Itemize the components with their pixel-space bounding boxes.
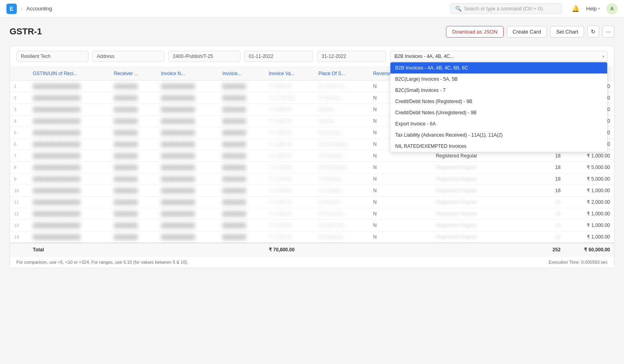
dropdown-item-4[interactable]: Credit/Debit Notes (Unregistered) - 9B — [390, 107, 607, 118]
col-invoice-no[interactable]: Invoice N... — [157, 67, 218, 80]
set-chart-button[interactable]: Set Chart — [550, 26, 584, 38]
col-invoice-val[interactable]: Invoice Va... — [265, 67, 314, 80]
cell-invoice-date: ███████ — [218, 115, 265, 127]
to-date-filter[interactable] — [317, 51, 386, 62]
row-number: 9 — [10, 173, 29, 185]
cell-amt: ₹ 1,000.00 — [564, 185, 614, 197]
dropdown-item-0[interactable]: B2B Invoices - 4A, 4B, 4C, 6B, 6C — [390, 62, 607, 74]
cell-invoice-date: ███████ — [218, 127, 265, 139]
filter-row: ▾ B2B Invoices - 4A, 4B, 4C, 6B, 6C B2C(… — [10, 46, 614, 67]
create-card-button[interactable]: Create Card — [507, 26, 547, 38]
notifications-bell[interactable]: 🔔 — [572, 5, 580, 12]
cell-receiver: ███████ — [110, 208, 157, 220]
cell-invoice-date: ███████ — [218, 150, 265, 162]
footer-total-ecomm: 252 — [504, 243, 565, 256]
cell-invoice-no: ██████████ — [157, 231, 218, 243]
dropdown-item-6[interactable]: Tax Liability (Advances Received) - 11A(… — [390, 129, 607, 141]
cell-receiver: ███████ — [110, 115, 157, 127]
cell-receiver: ███████ — [110, 80, 157, 92]
row-number: 4 — [10, 115, 29, 127]
dropdown-item-5[interactable]: Export Invoice - 6A — [390, 118, 607, 129]
avatar[interactable]: A — [606, 3, 618, 14]
col-rownum — [10, 67, 29, 80]
search-icon: 🔍 — [455, 6, 462, 12]
cell-gstin: ██████████████ — [29, 173, 110, 185]
cell-reverse: N — [369, 208, 432, 220]
cell-reverse: N — [369, 185, 432, 197]
dropdown-item-1[interactable]: B2C(Large) Invoices - 5A, 5B — [390, 74, 607, 85]
footer-total-invoice-val: ₹ 70,800.00 — [265, 243, 314, 256]
cell-invoice-no: ██████████ — [157, 127, 218, 139]
cell-reverse: N — [369, 220, 432, 231]
row-number: 14 — [10, 231, 29, 243]
row-number: 12 — [10, 208, 29, 220]
col-invoice-date[interactable]: Invoice... — [218, 67, 265, 80]
cell-invoice-no: ██████████ — [157, 173, 218, 185]
cell-gstin: ██████████████ — [29, 162, 110, 173]
download-json-button[interactable]: Download as JSON — [446, 26, 503, 38]
cell-invoice-date: ███████ — [218, 185, 265, 197]
cell-place: 06-Haryana — [314, 231, 369, 243]
col-place[interactable]: Place Of S... — [314, 67, 369, 80]
cell-gstin: ██████████████ — [29, 197, 110, 208]
row-number: 6 — [10, 139, 29, 150]
global-search[interactable]: 🔍 Search or type a command (Ctrl + G) — [450, 3, 562, 14]
cell-reverse: N — [369, 162, 432, 173]
cell-invoice-val: ₹ 1,180.00 — [265, 197, 314, 208]
cell-invoice-date: ███████ — [218, 220, 265, 231]
cell-place: 07-Andhra... — [314, 185, 369, 197]
cell-invoice-val: ₹ 1,180.00 — [265, 220, 314, 231]
footer-total-amt: ₹ 60,000.00 — [564, 243, 614, 256]
cell-invoice-date: ███████ — [218, 231, 265, 243]
help-chevron-icon: ▾ — [598, 6, 600, 11]
dropdown-item-2[interactable]: B2C(Small) Invoices - 7 — [390, 85, 607, 96]
cell-invoice-no: ██████████ — [157, 80, 218, 92]
cell-invoice-date: ███████ — [218, 80, 265, 92]
row-number: 1 — [10, 80, 29, 92]
cell-place: 05-blurred... — [314, 127, 369, 139]
cell-receiver: ███████ — [110, 162, 157, 173]
cell-receiver: ███████ — [110, 231, 157, 243]
cell-invoice-no: ██████████ — [157, 139, 218, 150]
cell-place: 33-Tamil No... — [314, 208, 369, 220]
cell-gstin: ██████████████ — [29, 231, 110, 243]
address-filter[interactable] — [92, 51, 164, 62]
more-options-button[interactable]: ··· — [602, 26, 614, 38]
cell-gstin: ██████████████ — [29, 185, 110, 197]
cell-reverse: N — [369, 173, 432, 185]
col-receiver[interactable]: Receiver ... — [110, 67, 157, 80]
invoice-type-filter[interactable] — [390, 51, 608, 62]
cell-invoice-no: ██████████ — [157, 220, 218, 231]
cell-gstin: ██████████████ — [29, 150, 110, 162]
cell-place: blurred... — [314, 104, 369, 115]
cell-receiver: ███████ — [110, 173, 157, 185]
footer-label — [10, 243, 29, 256]
dropdown-item-7[interactable]: NIL RATED/EXEMPTED Invoices — [390, 141, 607, 152]
row-number: 2 — [10, 92, 29, 104]
cell-invoice-date: ███████ — [218, 162, 265, 173]
breadcrumb-chevron: › — [21, 6, 22, 12]
cell-invoice-no: ██████████ — [157, 197, 218, 208]
cell-ecomm: 18 — [504, 162, 565, 173]
cell-gstin: ██████████████ — [29, 80, 110, 92]
table-row: 13 ██████████████ ███████ ██████████ ███… — [10, 220, 614, 231]
cell-gstin: ██████████████ — [29, 127, 110, 139]
col-gstin[interactable]: GSTIN/UIN of Reci... — [29, 67, 110, 80]
page-actions: Download as JSON Create Card Set Chart ↻… — [446, 26, 614, 38]
cell-invoice-date: ███████ — [218, 208, 265, 220]
cell-inv-type: Registered Regular — [432, 197, 504, 208]
cell-inv-type: Registered Regular — [432, 220, 504, 231]
cell-invoice-no: ██████████ — [157, 185, 218, 197]
company-filter[interactable] — [16, 51, 88, 62]
gstin-filter[interactable] — [168, 51, 240, 62]
from-date-filter[interactable] — [244, 51, 313, 62]
cell-place: 07-blurred... — [314, 92, 369, 104]
cell-amt: ₹ 1,000.00 — [564, 231, 614, 243]
table-row: 11 ██████████████ ███████ ██████████ ███… — [10, 197, 614, 208]
dropdown-item-3[interactable]: Credit/Debit Notes (Registered) - 9B — [390, 96, 607, 107]
refresh-button[interactable]: ↻ — [587, 26, 599, 38]
page-title: GSTR-1 — [10, 26, 42, 37]
cell-reverse: N — [369, 231, 432, 243]
help-menu[interactable]: Help ▾ — [586, 6, 600, 12]
cell-place: 22-Karnataka — [314, 139, 369, 150]
